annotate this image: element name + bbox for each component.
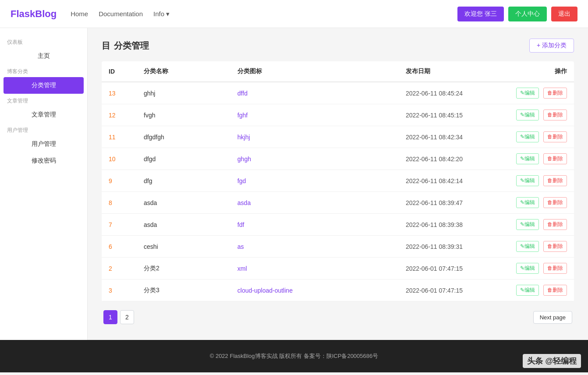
brand-logo[interactable]: FlaskBlog: [11, 8, 57, 20]
table-row: 8 asda asda 2022-06-11 08:39:47 ✎编辑 🗑删除: [102, 192, 574, 214]
delete-button[interactable]: 🗑删除: [543, 263, 567, 274]
cell-date: 2022-06-11 08:42:20: [399, 148, 495, 170]
edit-button[interactable]: ✎编辑: [516, 197, 539, 208]
col-icon: 分类图标: [230, 61, 399, 82]
cell-icon: as: [230, 236, 399, 258]
page-2-button[interactable]: 2: [120, 310, 134, 324]
col-actions: 操作: [495, 61, 574, 82]
cell-name: 分类2: [137, 258, 230, 279]
page-title: 目 分类管理: [102, 40, 149, 52]
category-table: ID 分类名称 分类图标 发布日期 操作 13 ghhj dffd 2022-0…: [102, 61, 574, 301]
cell-name: dfgdfgh: [137, 126, 230, 148]
cell-icon: fdf: [230, 214, 399, 236]
cell-date: 2022-06-11 08:39:31: [399, 236, 495, 258]
delete-button[interactable]: 🗑删除: [543, 175, 567, 186]
cell-actions: ✎编辑 🗑删除: [495, 82, 574, 104]
main-content: 目 分类管理 + 添加分类 ID 分类名称 分类图标 发布日期 操作 13: [88, 28, 588, 340]
edit-button[interactable]: ✎编辑: [516, 110, 539, 120]
delete-button[interactable]: 🗑删除: [543, 197, 567, 208]
category-table-container: ID 分类名称 分类图标 发布日期 操作 13 ghhj dffd 2022-0…: [102, 61, 574, 301]
cell-actions: ✎编辑 🗑删除: [495, 236, 574, 258]
cell-actions: ✎编辑 🗑删除: [495, 126, 574, 148]
table-row: 12 fvgh fghf 2022-06-11 08:45:15 ✎编辑 🗑删除: [102, 104, 574, 126]
add-category-button[interactable]: + 添加分类: [529, 39, 574, 53]
table-row: 9 dfg fgd 2022-06-11 08:42:14 ✎编辑 🗑删除: [102, 170, 574, 192]
pagination: 1 2 Next page: [102, 310, 574, 324]
edit-button[interactable]: ✎编辑: [516, 88, 539, 99]
table-row: 3 分类3 cloud-upload-outline 2022-06-01 07…: [102, 279, 574, 301]
footer: © 2022 FlaskBlog博客实战 版权所有 备案号：陕ICP备20005…: [0, 340, 588, 372]
edit-button[interactable]: ✎编辑: [516, 153, 539, 164]
logout-button[interactable]: 退出: [551, 7, 577, 21]
cell-name: dfgd: [137, 148, 230, 170]
table-row: 13 ghhj dffd 2022-06-11 08:45:24 ✎编辑 🗑删除: [102, 82, 574, 104]
chevron-down-icon: ▾: [166, 10, 170, 18]
cell-actions: ✎编辑 🗑删除: [495, 192, 574, 214]
footer-text: © 2022 FlaskBlog博客实战 版权所有 备案号：陕ICP备20005…: [210, 353, 379, 359]
cell-actions: ✎编辑 🗑删除: [495, 170, 574, 192]
welcome-button[interactable]: 欢迎您 张三: [457, 7, 504, 21]
cell-date: 2022-06-01 07:47:15: [399, 258, 495, 279]
table-row: 10 dfgd ghgh 2022-06-11 08:42:20 ✎编辑 🗑删除: [102, 148, 574, 170]
nav-links: Home Documentation Info ▾: [71, 10, 457, 18]
cell-icon: hkjhj: [230, 126, 399, 148]
cell-date: 2022-06-11 08:42:34: [399, 126, 495, 148]
delete-button[interactable]: 🗑删除: [543, 285, 567, 296]
cell-icon: ghgh: [230, 148, 399, 170]
navbar: FlaskBlog Home Documentation Info ▾ 欢迎您 …: [0, 0, 588, 28]
edit-button[interactable]: ✎编辑: [516, 263, 539, 274]
cell-id: 13: [102, 82, 137, 104]
table-row: 2 分类2 xml 2022-06-01 07:47:15 ✎编辑 🗑删除: [102, 258, 574, 279]
cell-name: ghhj: [137, 82, 230, 104]
nav-docs[interactable]: Documentation: [99, 10, 143, 18]
cell-name: dfg: [137, 170, 230, 192]
delete-button[interactable]: 🗑删除: [543, 241, 567, 252]
page-1-button[interactable]: 1: [103, 310, 117, 324]
cell-date: 2022-06-11 08:45:15: [399, 104, 495, 126]
nav-actions: 欢迎您 张三 个人中心 退出: [457, 7, 577, 21]
sidebar-section-articles: 文章管理: [0, 94, 87, 106]
col-date: 发布日期: [399, 61, 495, 82]
sidebar-item-password[interactable]: 修改密码: [0, 152, 87, 169]
sidebar: 仪表板 主页 博客分类 分类管理 文章管理 文章管理 用户管理 用户管理 修改密…: [0, 28, 88, 340]
next-page-button[interactable]: Next page: [533, 311, 572, 324]
cell-name: asda: [137, 192, 230, 214]
sidebar-item-category[interactable]: 分类管理: [4, 77, 84, 94]
nav-home[interactable]: Home: [71, 10, 88, 18]
delete-button[interactable]: 🗑删除: [543, 131, 567, 142]
edit-button[interactable]: ✎编辑: [516, 241, 539, 252]
delete-button[interactable]: 🗑删除: [543, 88, 567, 99]
cell-date: 2022-06-11 08:39:47: [399, 192, 495, 214]
cell-icon: dffd: [230, 82, 399, 104]
delete-button[interactable]: 🗑删除: [543, 153, 567, 164]
cell-icon: fgd: [230, 170, 399, 192]
pagination-pages: 1 2: [103, 310, 134, 324]
col-id: ID: [102, 61, 137, 82]
cell-icon: cloud-upload-outline: [230, 279, 399, 301]
cell-actions: ✎编辑 🗑删除: [495, 279, 574, 301]
sidebar-item-users[interactable]: 用户管理: [0, 136, 87, 152]
edit-button[interactable]: ✎编辑: [516, 175, 539, 186]
cell-icon: asda: [230, 192, 399, 214]
nav-info[interactable]: Info ▾: [153, 10, 170, 18]
cell-id: 3: [102, 279, 137, 301]
col-name: 分类名称: [137, 61, 230, 82]
cell-actions: ✎编辑 🗑删除: [495, 258, 574, 279]
sidebar-section-dashboard: 仪表板: [0, 35, 87, 48]
sidebar-item-home[interactable]: 主页: [0, 48, 87, 64]
cell-actions: ✎编辑 🗑删除: [495, 104, 574, 126]
cell-date: 2022-06-01 07:47:15: [399, 279, 495, 301]
sidebar-section-users: 用户管理: [0, 123, 87, 136]
edit-button[interactable]: ✎编辑: [516, 219, 539, 230]
edit-button[interactable]: ✎编辑: [516, 131, 539, 142]
edit-button[interactable]: ✎编辑: [516, 285, 539, 296]
cell-id: 10: [102, 148, 137, 170]
cell-id: 8: [102, 192, 137, 214]
sidebar-item-articles[interactable]: 文章管理: [0, 106, 87, 123]
cell-name: asda: [137, 214, 230, 236]
delete-button[interactable]: 🗑删除: [543, 219, 567, 230]
table-row: 7 asda fdf 2022-06-11 08:39:38 ✎编辑 🗑删除: [102, 214, 574, 236]
profile-button[interactable]: 个人中心: [508, 7, 547, 21]
delete-button[interactable]: 🗑删除: [543, 110, 567, 120]
cell-date: 2022-06-11 08:39:38: [399, 214, 495, 236]
